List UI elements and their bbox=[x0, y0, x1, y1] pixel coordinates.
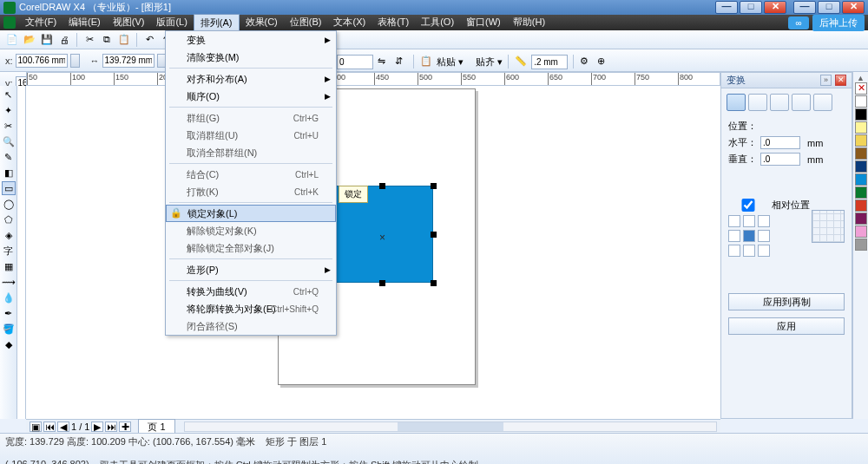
selection-handle[interactable] bbox=[431, 280, 437, 286]
cut-button[interactable]: ✂ bbox=[82, 33, 96, 47]
menu-item[interactable]: 顺序(O)▶ bbox=[166, 88, 336, 105]
page-tab[interactable]: 页 1 bbox=[138, 419, 174, 435]
interactive-fill-tool[interactable]: ◆ bbox=[2, 337, 16, 351]
color-swatch[interactable] bbox=[855, 225, 867, 238]
color-swatch[interactable] bbox=[855, 95, 867, 108]
polygon-tool[interactable]: ⬠ bbox=[2, 212, 16, 226]
color-swatch[interactable] bbox=[855, 239, 867, 251]
menu-item[interactable]: 变换▶ bbox=[166, 31, 336, 49]
w-input[interactable] bbox=[102, 54, 155, 68]
menu-item[interactable]: 造形(P)▶ bbox=[166, 261, 336, 278]
tab-skew[interactable] bbox=[813, 94, 832, 111]
add-page-button[interactable]: ✚ bbox=[119, 422, 131, 432]
pick-tool[interactable]: ↖ bbox=[2, 88, 16, 101]
selection-handle[interactable] bbox=[379, 183, 385, 189]
next-page-button[interactable]: ▶ bbox=[91, 422, 103, 432]
color-swatch[interactable] bbox=[855, 199, 867, 212]
paste-menu[interactable]: 📋 bbox=[419, 55, 433, 69]
tab-size[interactable] bbox=[792, 94, 811, 111]
color-swatch[interactable] bbox=[855, 121, 867, 134]
paste-button[interactable]: 📋 bbox=[117, 33, 131, 47]
menu-0[interactable]: 文件(F) bbox=[19, 14, 62, 32]
color-swatch[interactable] bbox=[855, 212, 867, 225]
rectangle-tool[interactable]: ▭ bbox=[2, 181, 16, 195]
docker-collapse-button[interactable]: » bbox=[820, 75, 832, 86]
fill-tool[interactable]: 🪣 bbox=[2, 322, 16, 336]
close-button[interactable]: ✕ bbox=[842, 1, 865, 14]
menu-item[interactable]: 将轮廓转换为对象(E)Ctrl+Shift+Q bbox=[166, 300, 336, 317]
v-input[interactable] bbox=[760, 153, 800, 166]
smart-fill-tool[interactable]: ◧ bbox=[2, 166, 16, 180]
color-swatch[interactable] bbox=[855, 173, 867, 186]
tab-scale[interactable] bbox=[770, 94, 789, 111]
ellipse-tool[interactable]: ◯ bbox=[2, 197, 16, 211]
menu-9[interactable]: 工具(O) bbox=[415, 14, 460, 32]
apply-button[interactable]: 应用 bbox=[728, 317, 845, 335]
color-swatch[interactable] bbox=[855, 186, 867, 199]
selection-handle[interactable] bbox=[431, 183, 437, 189]
outline-tool[interactable]: ✒ bbox=[2, 306, 16, 320]
table-tool[interactable]: ▦ bbox=[2, 259, 16, 273]
tab-position[interactable] bbox=[727, 94, 746, 111]
paste-label[interactable]: 粘贴 ▾ bbox=[437, 56, 464, 69]
color-swatch[interactable] bbox=[855, 147, 867, 160]
doc-restore-button[interactable]: □ bbox=[740, 1, 762, 14]
stroke-input[interactable] bbox=[531, 55, 568, 69]
save-button[interactable]: 💾 bbox=[40, 33, 54, 47]
undo-button[interactable]: ↶ bbox=[142, 33, 156, 47]
text-tool[interactable]: 字 bbox=[2, 244, 16, 258]
crop-tool[interactable]: ✂ bbox=[2, 119, 16, 133]
menu-10[interactable]: 窗口(W) bbox=[460, 14, 507, 32]
extra-btn-1[interactable]: ⚙ bbox=[579, 55, 593, 69]
open-button[interactable]: 📂 bbox=[23, 33, 36, 47]
doc-close-button[interactable]: ✕ bbox=[764, 1, 786, 14]
color-swatch[interactable] bbox=[855, 160, 867, 173]
swatch-none[interactable]: ✕ bbox=[855, 82, 867, 95]
menu-1[interactable]: 编辑(E) bbox=[62, 14, 107, 32]
tab-rotate[interactable] bbox=[748, 94, 767, 111]
menu-3[interactable]: 版面(L) bbox=[150, 14, 193, 32]
mirror-h-button[interactable]: ⇋ bbox=[377, 55, 391, 69]
menu-item[interactable]: 对齐和分布(A)▶ bbox=[166, 70, 336, 88]
menu-item[interactable]: 清除变换(M) bbox=[166, 49, 336, 66]
menu-item[interactable]: 转换为曲线(V)Ctrl+Q bbox=[166, 283, 336, 300]
selection-handle[interactable] bbox=[431, 232, 437, 238]
extra-btn-2[interactable]: ⊕ bbox=[596, 55, 610, 69]
cloud-upload[interactable]: ∞ 后神上传 bbox=[788, 15, 865, 31]
relative-checkbox-input[interactable] bbox=[728, 199, 768, 212]
print-button[interactable]: 🖨 bbox=[57, 33, 71, 47]
color-swatch[interactable] bbox=[855, 108, 867, 121]
last-page-button[interactable]: ⏭ bbox=[105, 422, 117, 432]
docker-close-button[interactable]: ✕ bbox=[835, 75, 846, 86]
color-swatch[interactable] bbox=[855, 134, 867, 147]
menu-6[interactable]: 位图(B) bbox=[284, 14, 328, 32]
menu-11[interactable]: 帮助(H) bbox=[507, 14, 551, 32]
maximize-button[interactable]: □ bbox=[818, 1, 840, 14]
selection-handle[interactable] bbox=[379, 280, 385, 286]
menu-item[interactable]: 锁定对象(L)🔒 bbox=[166, 205, 336, 222]
mirror-v-button[interactable]: ⇵ bbox=[394, 55, 408, 69]
apply-duplicate-button[interactable]: 应用到再制 bbox=[728, 293, 845, 310]
eyedropper-tool[interactable]: 💧 bbox=[2, 291, 16, 304]
basic-shapes-tool[interactable]: ◈ bbox=[2, 228, 16, 242]
first-page-button[interactable]: ⏮ bbox=[43, 422, 56, 432]
h-input[interactable] bbox=[760, 136, 800, 149]
shape-tool[interactable]: ✦ bbox=[2, 103, 16, 117]
menu-5[interactable]: 效果(C) bbox=[240, 14, 284, 32]
doc-minimize-button[interactable]: — bbox=[715, 1, 738, 14]
new-button[interactable]: 📄 bbox=[5, 33, 19, 47]
prev-page-button[interactable]: ◀ bbox=[57, 422, 69, 432]
zoom-tool[interactable]: 🔍 bbox=[2, 134, 16, 148]
rot-input[interactable] bbox=[337, 55, 373, 69]
copy-button[interactable]: ⧉ bbox=[100, 33, 114, 47]
freehand-tool[interactable]: ✎ bbox=[2, 150, 16, 164]
h-scrollbar[interactable] bbox=[184, 422, 717, 432]
menu-8[interactable]: 表格(T) bbox=[372, 14, 415, 32]
menu-7[interactable]: 文本(X) bbox=[327, 14, 372, 32]
x-spinner[interactable] bbox=[70, 54, 80, 68]
menu-4[interactable]: 排列(A) bbox=[194, 14, 240, 32]
canvas[interactable]: × bbox=[26, 86, 720, 419]
unit-icon[interactable]: 📏 bbox=[514, 55, 528, 69]
menu-2[interactable]: 视图(V) bbox=[107, 14, 151, 32]
blend-tool[interactable]: ⟿ bbox=[2, 275, 16, 289]
